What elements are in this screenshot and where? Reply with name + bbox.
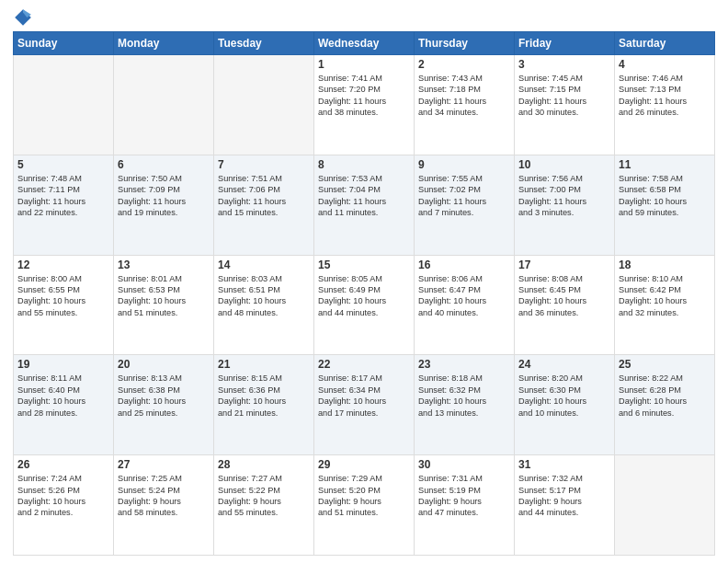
calendar-cell: 29Sunrise: 7:29 AM Sunset: 5:20 PM Dayli… xyxy=(314,455,415,556)
cell-daylight-info: Sunrise: 7:50 AM Sunset: 7:09 PM Dayligh… xyxy=(118,173,210,219)
calendar-cell: 18Sunrise: 8:10 AM Sunset: 6:42 PM Dayli… xyxy=(615,255,715,355)
calendar-day-header: Tuesday xyxy=(214,32,314,55)
calendar-cell: 20Sunrise: 8:13 AM Sunset: 6:38 PM Dayli… xyxy=(114,355,214,455)
calendar-day-header: Wednesday xyxy=(314,32,415,55)
cell-daylight-info: Sunrise: 7:46 AM Sunset: 7:13 PM Dayligh… xyxy=(619,73,711,119)
cell-daylight-info: Sunrise: 7:55 AM Sunset: 7:02 PM Dayligh… xyxy=(418,173,510,219)
cell-daylight-info: Sunrise: 8:06 AM Sunset: 6:47 PM Dayligh… xyxy=(418,273,510,319)
calendar-day-header: Monday xyxy=(114,32,214,55)
calendar-cell: 23Sunrise: 8:18 AM Sunset: 6:32 PM Dayli… xyxy=(415,355,515,455)
cell-daylight-info: Sunrise: 8:10 AM Sunset: 6:42 PM Dayligh… xyxy=(619,273,711,319)
calendar-day-header: Thursday xyxy=(415,32,515,55)
calendar-cell: 3Sunrise: 7:45 AM Sunset: 7:15 PM Daylig… xyxy=(515,55,615,155)
calendar-cell xyxy=(214,55,314,155)
calendar-day-header: Saturday xyxy=(615,32,715,55)
calendar-cell: 31Sunrise: 7:32 AM Sunset: 5:17 PM Dayli… xyxy=(515,455,615,556)
calendar-cell: 22Sunrise: 8:17 AM Sunset: 6:34 PM Dayli… xyxy=(314,355,415,455)
cell-daylight-info: Sunrise: 7:51 AM Sunset: 7:06 PM Dayligh… xyxy=(218,173,310,219)
calendar-week-row: 12Sunrise: 8:00 AM Sunset: 6:55 PM Dayli… xyxy=(14,255,715,355)
calendar-cell xyxy=(114,55,214,155)
calendar-cell: 17Sunrise: 8:08 AM Sunset: 6:45 PM Dayli… xyxy=(515,255,615,355)
day-number: 7 xyxy=(218,158,310,171)
cell-daylight-info: Sunrise: 7:43 AM Sunset: 7:18 PM Dayligh… xyxy=(418,73,510,119)
calendar-cell: 13Sunrise: 8:01 AM Sunset: 6:53 PM Dayli… xyxy=(114,255,214,355)
day-number: 8 xyxy=(318,158,410,171)
cell-daylight-info: Sunrise: 8:03 AM Sunset: 6:51 PM Dayligh… xyxy=(218,273,310,319)
day-number: 6 xyxy=(118,158,210,171)
cell-daylight-info: Sunrise: 8:20 AM Sunset: 6:30 PM Dayligh… xyxy=(518,373,610,419)
day-number: 14 xyxy=(218,259,310,271)
cell-daylight-info: Sunrise: 8:05 AM Sunset: 6:49 PM Dayligh… xyxy=(318,273,410,319)
day-number: 23 xyxy=(418,358,510,371)
cell-daylight-info: Sunrise: 8:01 AM Sunset: 6:53 PM Dayligh… xyxy=(118,273,210,319)
day-number: 18 xyxy=(619,259,711,271)
calendar-cell: 2Sunrise: 7:43 AM Sunset: 7:18 PM Daylig… xyxy=(415,55,515,155)
cell-daylight-info: Sunrise: 8:08 AM Sunset: 6:45 PM Dayligh… xyxy=(518,273,610,319)
cell-daylight-info: Sunrise: 7:53 AM Sunset: 7:04 PM Dayligh… xyxy=(318,173,410,219)
day-number: 30 xyxy=(418,458,510,471)
calendar-cell: 30Sunrise: 7:31 AM Sunset: 5:19 PM Dayli… xyxy=(415,455,515,556)
calendar-cell: 4Sunrise: 7:46 AM Sunset: 7:13 PM Daylig… xyxy=(615,55,715,155)
cell-daylight-info: Sunrise: 7:41 AM Sunset: 7:20 PM Dayligh… xyxy=(318,73,410,119)
cell-daylight-info: Sunrise: 7:25 AM Sunset: 5:24 PM Dayligh… xyxy=(118,473,210,519)
calendar-cell: 19Sunrise: 8:11 AM Sunset: 6:40 PM Dayli… xyxy=(14,355,114,455)
calendar-cell: 1Sunrise: 7:41 AM Sunset: 7:20 PM Daylig… xyxy=(314,55,415,155)
calendar-table: SundayMondayTuesdayWednesdayThursdayFrid… xyxy=(13,31,715,556)
day-number: 26 xyxy=(17,458,109,471)
calendar-day-header: Sunday xyxy=(14,32,114,55)
day-number: 10 xyxy=(518,158,610,171)
calendar-week-row: 5Sunrise: 7:48 AM Sunset: 7:11 PM Daylig… xyxy=(14,155,715,255)
calendar-cell: 14Sunrise: 8:03 AM Sunset: 6:51 PM Dayli… xyxy=(214,255,314,355)
cell-daylight-info: Sunrise: 8:17 AM Sunset: 6:34 PM Dayligh… xyxy=(318,373,410,419)
calendar-cell xyxy=(14,55,114,155)
calendar-cell: 15Sunrise: 8:05 AM Sunset: 6:49 PM Dayli… xyxy=(314,255,415,355)
day-number: 13 xyxy=(118,259,210,271)
cell-daylight-info: Sunrise: 8:13 AM Sunset: 6:38 PM Dayligh… xyxy=(118,373,210,419)
day-number: 2 xyxy=(418,58,510,71)
day-number: 16 xyxy=(418,259,510,271)
day-number: 4 xyxy=(619,58,711,71)
calendar-week-row: 1Sunrise: 7:41 AM Sunset: 7:20 PM Daylig… xyxy=(14,55,715,155)
calendar-cell: 25Sunrise: 8:22 AM Sunset: 6:28 PM Dayli… xyxy=(615,355,715,455)
cell-daylight-info: Sunrise: 7:56 AM Sunset: 7:00 PM Dayligh… xyxy=(518,173,610,219)
cell-daylight-info: Sunrise: 8:18 AM Sunset: 6:32 PM Dayligh… xyxy=(418,373,510,419)
calendar-week-row: 26Sunrise: 7:24 AM Sunset: 5:26 PM Dayli… xyxy=(14,455,715,556)
day-number: 5 xyxy=(17,158,109,171)
calendar-day-header: Friday xyxy=(515,32,615,55)
logo-icon xyxy=(13,7,33,28)
day-number: 27 xyxy=(118,458,210,471)
calendar-cell: 8Sunrise: 7:53 AM Sunset: 7:04 PM Daylig… xyxy=(314,155,415,255)
calendar-cell xyxy=(615,455,715,556)
cell-daylight-info: Sunrise: 8:22 AM Sunset: 6:28 PM Dayligh… xyxy=(619,373,711,419)
calendar-cell: 28Sunrise: 7:27 AM Sunset: 5:22 PM Dayli… xyxy=(214,455,314,556)
cell-daylight-info: Sunrise: 7:58 AM Sunset: 6:58 PM Dayligh… xyxy=(619,173,711,219)
calendar-header-row: SundayMondayTuesdayWednesdayThursdayFrid… xyxy=(14,32,715,55)
calendar-week-row: 19Sunrise: 8:11 AM Sunset: 6:40 PM Dayli… xyxy=(14,355,715,455)
day-number: 1 xyxy=(318,58,410,71)
day-number: 17 xyxy=(518,259,610,271)
day-number: 11 xyxy=(619,158,711,171)
page: SundayMondayTuesdayWednesdayThursdayFrid… xyxy=(0,0,728,563)
logo xyxy=(13,9,35,28)
cell-daylight-info: Sunrise: 7:45 AM Sunset: 7:15 PM Dayligh… xyxy=(518,73,610,119)
calendar-cell: 12Sunrise: 8:00 AM Sunset: 6:55 PM Dayli… xyxy=(14,255,114,355)
calendar-cell: 21Sunrise: 8:15 AM Sunset: 6:36 PM Dayli… xyxy=(214,355,314,455)
header xyxy=(13,9,715,28)
cell-daylight-info: Sunrise: 7:48 AM Sunset: 7:11 PM Dayligh… xyxy=(17,173,109,219)
calendar-cell: 10Sunrise: 7:56 AM Sunset: 7:00 PM Dayli… xyxy=(515,155,615,255)
cell-daylight-info: Sunrise: 7:32 AM Sunset: 5:17 PM Dayligh… xyxy=(518,473,610,519)
cell-daylight-info: Sunrise: 8:15 AM Sunset: 6:36 PM Dayligh… xyxy=(218,373,310,419)
day-number: 9 xyxy=(418,158,510,171)
cell-daylight-info: Sunrise: 8:00 AM Sunset: 6:55 PM Dayligh… xyxy=(17,273,109,319)
day-number: 29 xyxy=(318,458,410,471)
day-number: 25 xyxy=(619,358,711,371)
calendar-cell: 16Sunrise: 8:06 AM Sunset: 6:47 PM Dayli… xyxy=(415,255,515,355)
calendar-cell: 7Sunrise: 7:51 AM Sunset: 7:06 PM Daylig… xyxy=(214,155,314,255)
calendar-cell: 11Sunrise: 7:58 AM Sunset: 6:58 PM Dayli… xyxy=(615,155,715,255)
calendar-cell: 24Sunrise: 8:20 AM Sunset: 6:30 PM Dayli… xyxy=(515,355,615,455)
calendar-cell: 6Sunrise: 7:50 AM Sunset: 7:09 PM Daylig… xyxy=(114,155,214,255)
calendar-cell: 5Sunrise: 7:48 AM Sunset: 7:11 PM Daylig… xyxy=(14,155,114,255)
cell-daylight-info: Sunrise: 8:11 AM Sunset: 6:40 PM Dayligh… xyxy=(17,373,109,419)
cell-daylight-info: Sunrise: 7:31 AM Sunset: 5:19 PM Dayligh… xyxy=(418,473,510,519)
calendar-cell: 9Sunrise: 7:55 AM Sunset: 7:02 PM Daylig… xyxy=(415,155,515,255)
